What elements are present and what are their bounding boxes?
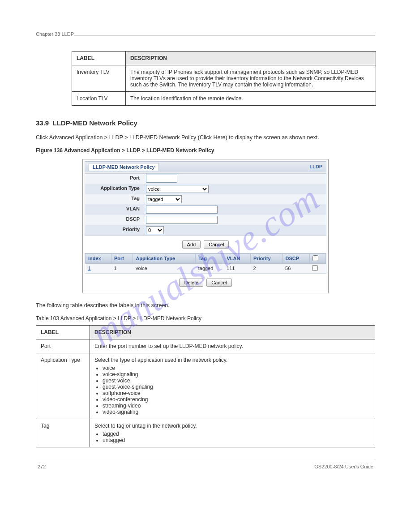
cell-label: Location TLV: [72, 92, 126, 106]
ss-form: Port Application Type voice Tag tagged V…: [85, 173, 326, 236]
cell-label: Tag: [36, 419, 90, 447]
cancel-button[interactable]: Cancel: [204, 240, 229, 249]
row-tag: tagged: [196, 263, 224, 273]
priority-label: Priority: [85, 225, 143, 235]
th-label: LABEL: [72, 51, 126, 65]
row-apptype: voice: [133, 263, 196, 273]
port-label: Port: [85, 174, 143, 184]
row-vlan: 111: [224, 263, 251, 273]
port-input[interactable]: [146, 175, 177, 183]
cell-label: Port: [36, 339, 90, 353]
figure-caption: Figure 136 Advanced Application > LLDP >…: [36, 147, 375, 154]
delete-button[interactable]: Delete: [179, 279, 203, 287]
dscp-input[interactable]: [146, 216, 218, 224]
cell-label: Inventory TLV: [72, 65, 126, 92]
page-container: Chapter 33 LLDP LABEL DESCRIPTION Invent…: [0, 0, 411, 487]
table2-caption: Table 103 Advanced Application > LLDP > …: [36, 315, 375, 322]
page-number: 272: [38, 464, 46, 469]
cancel2-button[interactable]: Cancel: [206, 279, 231, 287]
lldp-link[interactable]: LLDP: [309, 164, 322, 169]
cell-desc: The location Identification of the remot…: [126, 92, 376, 106]
th-label: LABEL: [36, 325, 90, 339]
row-index-link[interactable]: 1: [88, 266, 91, 271]
table2-intro: The following table describes the labels…: [36, 301, 375, 310]
bullet-item: untagged: [103, 437, 370, 443]
bullet-item: softphone-voice: [103, 390, 370, 396]
bullet-item: guest-voice: [103, 378, 370, 384]
ss-btns-bottom: Delete Cancel: [85, 274, 326, 291]
section-heading: 33.9 LLDP-MED Network Policy: [36, 119, 375, 127]
th-check: [309, 253, 325, 263]
th-tag[interactable]: Tag: [196, 253, 224, 263]
tag-select[interactable]: tagged: [146, 195, 182, 203]
ss-tab-title: LLDP-MED Network Policy: [89, 163, 159, 171]
dscp-label: DSCP: [85, 215, 143, 225]
row-checkbox[interactable]: [312, 265, 318, 271]
bullet-item: streaming-video: [103, 403, 370, 409]
row-priority: 2: [251, 263, 283, 273]
th-dscp[interactable]: DSCP: [283, 253, 309, 263]
cell-desc: Select the type of application used in t…: [90, 353, 375, 419]
row-dscp: 56: [283, 263, 309, 273]
screenshot-panel: LLDP-MED Network Policy LLDP Port Applic…: [82, 159, 329, 293]
row-port: 1: [111, 263, 133, 273]
cell-desc: Select to tag or untag in the network po…: [90, 419, 375, 447]
chapter-label: Chapter 33 LLDP: [36, 31, 74, 37]
th-priority[interactable]: Priority: [251, 253, 283, 263]
ss-header: LLDP-MED Network Policy LLDP: [85, 161, 326, 172]
th-index[interactable]: Index: [86, 253, 111, 263]
th-apptype[interactable]: Application Type: [133, 253, 196, 263]
ss-result-wrap: Index Port Application Type Tag VLAN Pri…: [85, 253, 326, 274]
th-desc: DESCRIPTION: [90, 325, 375, 339]
apptype-select[interactable]: voice: [146, 185, 209, 193]
bullet-item: video-signaling: [103, 409, 370, 415]
select-all-checkbox[interactable]: [313, 255, 318, 261]
th-desc: DESCRIPTION: [126, 51, 376, 65]
priority-select[interactable]: 0: [146, 226, 164, 234]
cell-desc: Enter the port number to set up the LLDP…: [90, 339, 375, 353]
spec-table-1: LABEL DESCRIPTION Inventory TLV The majo…: [72, 51, 376, 106]
vlan-input[interactable]: [146, 206, 218, 214]
guide-title: GS2200-8/24 User's Guide: [314, 464, 373, 469]
top-rule: [74, 35, 375, 35]
footer: 272 GS2200-8/24 User's Guide: [36, 461, 375, 469]
cell-label: Application Type: [36, 353, 90, 419]
tag-label: Tag: [85, 194, 143, 204]
th-vlan[interactable]: VLAN: [224, 253, 251, 263]
bullet-item: video-conferencing: [103, 396, 370, 403]
apptype-label: Application Type: [85, 184, 143, 194]
th-port[interactable]: Port: [111, 253, 133, 263]
bullet-item: voice-signaling: [103, 371, 370, 378]
bullet-item: voice: [103, 365, 370, 371]
bullet-item: tagged: [103, 431, 370, 437]
spec-table-2: LABEL DESCRIPTION Port Enter the port nu…: [36, 325, 375, 447]
cell-desc: The majority of IP Phones lack support o…: [126, 65, 376, 92]
ss-btns-top: Add Cancel: [85, 236, 326, 253]
table-row: 1 1 voice tagged 111 2 56: [86, 263, 326, 273]
vlan-label: VLAN: [85, 205, 143, 215]
ss-table: Index Port Application Type Tag VLAN Pri…: [85, 253, 326, 274]
add-button[interactable]: Add: [182, 240, 201, 249]
section-paragraph: Click Advanced Application > LLDP > LLDP…: [36, 133, 375, 142]
bullet-item: guest-voice-signaling: [103, 384, 370, 390]
